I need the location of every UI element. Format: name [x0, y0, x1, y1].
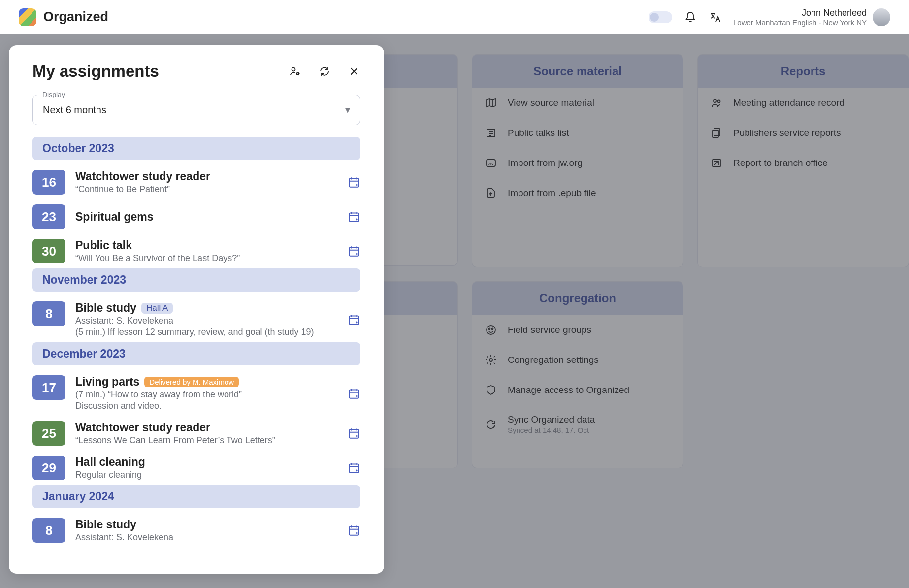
- assignment-sub: Discussion and video.: [75, 401, 338, 411]
- svg-rect-19: [349, 429, 359, 438]
- assignment-title: Living partsDelivered by M. Maximow: [75, 375, 338, 389]
- display-filter-wrap: Display Next 6 months ▾: [32, 95, 360, 125]
- date-badge: 29: [32, 456, 65, 480]
- svg-rect-20: [349, 464, 359, 472]
- assignment-title: Bible studyHall A: [75, 301, 338, 315]
- svg-point-13: [297, 73, 299, 75]
- date-badge: 23: [32, 204, 65, 229]
- assignment-sub: “Will You Be a Survivor of the Last Days…: [75, 253, 338, 263]
- svg-rect-16: [349, 247, 359, 256]
- date-badge: 25: [32, 421, 65, 446]
- assignment-sub: Regular cleaning: [75, 470, 338, 480]
- assignment-item[interactable]: 25Watchtower study reader“Lessons We Can…: [25, 416, 368, 451]
- assignment-body: Spiritual gems: [75, 210, 338, 224]
- header-left: Organized: [19, 8, 108, 26]
- svg-rect-17: [349, 316, 359, 324]
- month-header: January 2024: [32, 485, 360, 508]
- add-to-calendar-icon[interactable]: [348, 176, 360, 189]
- assignment-body: Bible studyAssistant: S. Kovelekena: [75, 518, 338, 543]
- add-to-calendar-icon[interactable]: [348, 245, 360, 258]
- user-menu[interactable]: John Netherleed Lower Manhattan English …: [733, 8, 890, 27]
- date-badge: 17: [32, 375, 65, 400]
- svg-rect-18: [349, 390, 359, 398]
- svg-rect-21: [349, 526, 359, 535]
- add-to-calendar-icon[interactable]: [348, 524, 360, 537]
- assignment-title: Watchtower study reader: [75, 421, 338, 434]
- close-icon[interactable]: [348, 65, 360, 78]
- app-name: Organized: [43, 9, 108, 25]
- add-to-calendar-icon[interactable]: [348, 427, 360, 440]
- assignment-body: Bible studyHall AAssistant: S. Koveleken…: [75, 301, 338, 337]
- add-to-calendar-icon[interactable]: [348, 387, 360, 400]
- user-text: John Netherleed Lower Manhattan English …: [733, 8, 867, 27]
- date-badge: 30: [32, 239, 65, 263]
- assignment-sub: “Continue to Be Patient”: [75, 184, 338, 195]
- theme-toggle[interactable]: [649, 11, 672, 23]
- date-badge: 8: [32, 301, 65, 326]
- user-sub: Lower Manhattan English - New York NY: [733, 18, 867, 27]
- assignments-panel: My assignments Display Next 6 months ▾ O…: [9, 45, 384, 574]
- delivered-tag: Delivered by M. Maximow: [144, 377, 239, 387]
- assignment-title: Watchtower study reader: [75, 170, 338, 183]
- assignment-item[interactable]: 30Public talk“Will You Be a Survivor of …: [25, 234, 368, 268]
- panel-header: My assignments: [25, 62, 368, 81]
- month-header: December 2023: [32, 342, 360, 365]
- add-to-calendar-icon[interactable]: [348, 313, 360, 326]
- assignment-body: Public talk“Will You Be a Survivor of th…: [75, 239, 338, 263]
- assignment-item[interactable]: 23Spiritual gems: [25, 199, 368, 234]
- date-badge: 8: [32, 518, 65, 543]
- svg-rect-15: [349, 213, 359, 221]
- filter-value: Next 6 months: [43, 104, 106, 116]
- assignment-body: Living partsDelivered by M. Maximow(7 mi…: [75, 375, 338, 411]
- month-header: November 2023: [32, 268, 360, 292]
- person-settings-icon[interactable]: [289, 65, 301, 78]
- assignment-item[interactable]: 29Hall cleaningRegular cleaning: [25, 451, 368, 485]
- assignment-body: Watchtower study reader“Continue to Be P…: [75, 170, 338, 195]
- app-header: Organized John Netherleed Lower Manhatta…: [0, 0, 909, 34]
- refresh-icon[interactable]: [318, 65, 331, 78]
- assignment-sub: Assistant: S. Kovelekena: [75, 316, 338, 326]
- app-logo: [19, 8, 36, 26]
- assignment-title: Public talk: [75, 239, 338, 252]
- hall-tag: Hall A: [141, 303, 173, 314]
- add-to-calendar-icon[interactable]: [348, 461, 360, 474]
- assignment-item[interactable]: 17Living partsDelivered by M. Maximow(7 …: [25, 370, 368, 416]
- dropdown-icon: ▾: [345, 104, 350, 116]
- assignment-item[interactable]: 8Bible studyAssistant: S. Kovelekena: [25, 513, 368, 548]
- svg-point-12: [292, 68, 295, 71]
- assignment-item[interactable]: 16Watchtower study reader“Continue to Be…: [25, 165, 368, 199]
- avatar: [873, 8, 890, 26]
- assignment-sub: (7 min.) “How to stay away from the worl…: [75, 390, 338, 400]
- filter-label: Display: [39, 91, 68, 98]
- date-badge: 16: [32, 170, 65, 195]
- assignment-sub: Assistant: S. Kovelekena: [75, 532, 338, 543]
- assignment-title: Bible study: [75, 518, 338, 531]
- assignment-title: Spiritual gems: [75, 210, 338, 224]
- assignment-sub: “Lessons We Can Learn From Peter’s Two L…: [75, 435, 338, 446]
- bell-icon[interactable]: [684, 11, 697, 24]
- display-filter[interactable]: Next 6 months ▾: [32, 95, 360, 125]
- assignment-title: Hall cleaning: [75, 456, 338, 469]
- assignment-sub: (5 min.) lff lesson 12 summary, review, …: [75, 327, 338, 337]
- month-header: October 2023: [32, 137, 360, 160]
- assignment-item[interactable]: 8Bible studyHall AAssistant: S. Koveleke…: [25, 296, 368, 342]
- add-to-calendar-icon[interactable]: [348, 210, 360, 223]
- header-right: John Netherleed Lower Manhattan English …: [649, 8, 890, 27]
- svg-rect-14: [349, 178, 359, 187]
- panel-title: My assignments: [32, 62, 159, 81]
- assignment-body: Hall cleaningRegular cleaning: [75, 456, 338, 480]
- language-icon[interactable]: [709, 11, 721, 24]
- user-name: John Netherleed: [733, 8, 867, 18]
- assignment-body: Watchtower study reader“Lessons We Can L…: [75, 421, 338, 446]
